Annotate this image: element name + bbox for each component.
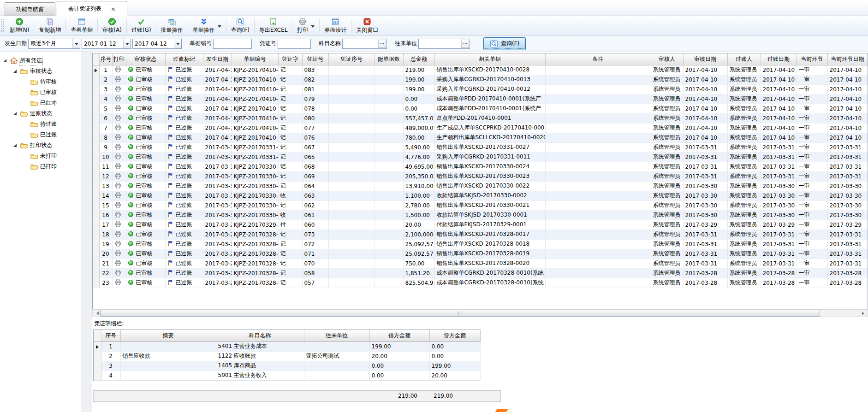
column-header[interactable]: 相关单据 xyxy=(434,53,545,65)
toolbar-grip[interactable] xyxy=(1,19,4,32)
cell-seq[interactable]: 2 xyxy=(99,75,112,84)
tab-function-nav[interactable]: 功能导航窗 xyxy=(5,2,55,16)
cell-related[interactable]: 销售出库单XSCKD-20170328-0020 xyxy=(434,259,545,268)
cell-poster[interactable]: 系统管理员 xyxy=(727,278,761,288)
cell-word[interactable]: 收 xyxy=(278,191,302,200)
cell-attach[interactable] xyxy=(375,210,403,220)
cell-print[interactable] xyxy=(112,152,126,162)
cell-doc-no[interactable]: KJPZ-20170328-0071 xyxy=(232,249,278,259)
detail-cell-seq[interactable]: 1 xyxy=(101,341,120,351)
column-header[interactable]: 单据编号 xyxy=(232,53,278,65)
cell-print[interactable] xyxy=(112,162,126,171)
cell-doc-no[interactable]: KJPZ-20170330-0069 xyxy=(232,171,278,181)
cell-seq[interactable]: 1 xyxy=(99,65,112,75)
cell-audit-date[interactable]: 2017-03-31 xyxy=(683,249,727,259)
cell-stage[interactable]: 一审 xyxy=(797,94,827,104)
cell-remark[interactable] xyxy=(545,162,651,171)
detail-cell-summary[interactable] xyxy=(120,361,216,371)
cell-word[interactable]: 记 xyxy=(278,278,302,288)
cell-word[interactable]: 记 xyxy=(278,200,302,210)
cell-poster[interactable]: 系统管理员 xyxy=(727,65,761,75)
cell-auditor[interactable]: 系统管理员 xyxy=(651,220,683,230)
cell-audit-date[interactable]: 2017-03-31 xyxy=(683,230,727,239)
cell-auditor[interactable]: 系统管理员 xyxy=(651,133,683,142)
cell-word[interactable]: 记 xyxy=(278,75,302,84)
tree-item-not-printed[interactable]: 未打印 xyxy=(0,151,82,161)
cell-post-date[interactable]: 2017-04-10 xyxy=(761,113,797,123)
cell-related[interactable]: 成本调整单PDD-20170410-0001(系统产 xyxy=(434,94,545,104)
cell-poster[interactable]: 系统管理员 xyxy=(727,104,761,113)
cell-stage[interactable]: 一审 xyxy=(797,191,827,200)
cell-post-mark[interactable]: 已过账 xyxy=(165,104,203,113)
cell-attach[interactable] xyxy=(375,249,403,259)
cell-stage[interactable]: 一审 xyxy=(797,268,827,278)
cell-doc-no[interactable]: KJPZ-20170328-0073 xyxy=(232,230,278,239)
account-input[interactable] xyxy=(343,40,378,48)
cell-audit-date[interactable]: 2017-04-10 xyxy=(683,75,727,84)
cell-attach[interactable] xyxy=(375,142,403,152)
cell-remark[interactable] xyxy=(545,200,651,210)
cell-remark[interactable] xyxy=(545,191,651,200)
cell-audit-status[interactable]: 已审核 xyxy=(126,162,165,171)
detail-cell-account[interactable]: 5001 主营业务收入 xyxy=(216,371,304,380)
cell-audit-status[interactable]: 已审核 xyxy=(126,94,165,104)
cell-audit-status[interactable]: 已审核 xyxy=(126,142,165,152)
cell-remark[interactable] xyxy=(545,278,651,288)
scroll-left-button[interactable] xyxy=(93,310,101,317)
cell-attach[interactable] xyxy=(375,200,403,210)
query-button[interactable]: 查询(F) xyxy=(483,37,526,50)
cell-vno[interactable]: 057 xyxy=(302,278,328,288)
cell-vseq[interactable] xyxy=(328,191,375,200)
cell-auditor[interactable]: 系统管理员 xyxy=(651,142,683,152)
cell-auditor[interactable]: 系统管理员 xyxy=(651,210,683,220)
detail-cell-partner[interactable]: 亚拓公司测试 xyxy=(304,351,369,361)
cell-word[interactable]: 记 xyxy=(278,249,302,259)
cell-vseq[interactable] xyxy=(328,181,375,191)
cell-vno[interactable]: 078 xyxy=(302,104,328,113)
cell-vseq[interactable] xyxy=(328,65,375,75)
cell-related[interactable]: 生产领料出库单SCLLCKD-20170410-0020 xyxy=(434,133,545,142)
cell-audit-status[interactable]: 已审核 xyxy=(126,259,165,268)
cell-date[interactable]: 2017-04-10 xyxy=(203,84,232,94)
row-selector[interactable] xyxy=(93,162,99,171)
cell-auditor[interactable]: 系统管理员 xyxy=(651,162,683,171)
cell-stage[interactable]: 一审 xyxy=(797,220,827,230)
cell-remark[interactable] xyxy=(545,142,651,152)
cell-seq[interactable]: 5 xyxy=(99,104,112,113)
cell-post-mark[interactable]: 已过账 xyxy=(165,75,203,84)
cell-stage[interactable]: 一审 xyxy=(797,249,827,259)
cell-print[interactable] xyxy=(112,123,126,133)
chevron-down-icon[interactable] xyxy=(72,39,80,48)
cell-seq[interactable]: 9 xyxy=(99,142,112,152)
detail-cell-summary[interactable]: 销售应收款 xyxy=(120,351,216,361)
cell-word[interactable]: 记 xyxy=(278,152,302,162)
row-selector[interactable] xyxy=(93,133,99,142)
cell-poster[interactable]: 系统管理员 xyxy=(727,133,761,142)
cell-word[interactable]: 记 xyxy=(278,162,302,171)
detail-cell-seq[interactable]: 3 xyxy=(101,361,120,371)
cell-poster[interactable]: 系统管理员 xyxy=(727,84,761,94)
cell-doc-no[interactable]: KJPZ-20170328-0058 xyxy=(232,268,278,278)
cell-stage[interactable]: 一审 xyxy=(797,210,827,220)
cell-amount[interactable]: 4,776.00 xyxy=(403,152,434,162)
cell-stage[interactable]: 一审 xyxy=(797,239,827,249)
cell-print[interactable] xyxy=(112,171,126,181)
cell-print[interactable] xyxy=(112,268,126,278)
cell-related[interactable]: 采购入库单CGRKD-20170331-0011 xyxy=(434,152,545,162)
cell-attach[interactable] xyxy=(375,104,403,113)
cell-doc-no[interactable]: KJPZ-20170329-0060 xyxy=(232,220,278,230)
ellipsis-button[interactable]: ··· xyxy=(378,40,386,48)
cell-remark[interactable] xyxy=(545,249,651,259)
cell-audit-status[interactable]: 已审核 xyxy=(126,220,165,230)
cell-auditor[interactable]: 系统管理员 xyxy=(651,278,683,288)
cell-post-date[interactable]: 2017-03-28 xyxy=(761,268,797,278)
detail-cell-partner[interactable] xyxy=(304,341,369,351)
cell-post-mark[interactable]: 已过账 xyxy=(165,65,203,75)
cell-auditor[interactable]: 系统管理员 xyxy=(651,84,683,94)
cell-print[interactable] xyxy=(112,239,126,249)
cell-seq[interactable]: 23 xyxy=(99,278,112,288)
doc-no-input[interactable] xyxy=(213,39,252,49)
cell-vseq[interactable] xyxy=(328,123,375,133)
cell-amount[interactable]: 557,457.0 xyxy=(403,113,434,123)
row-selector[interactable] xyxy=(94,361,101,371)
